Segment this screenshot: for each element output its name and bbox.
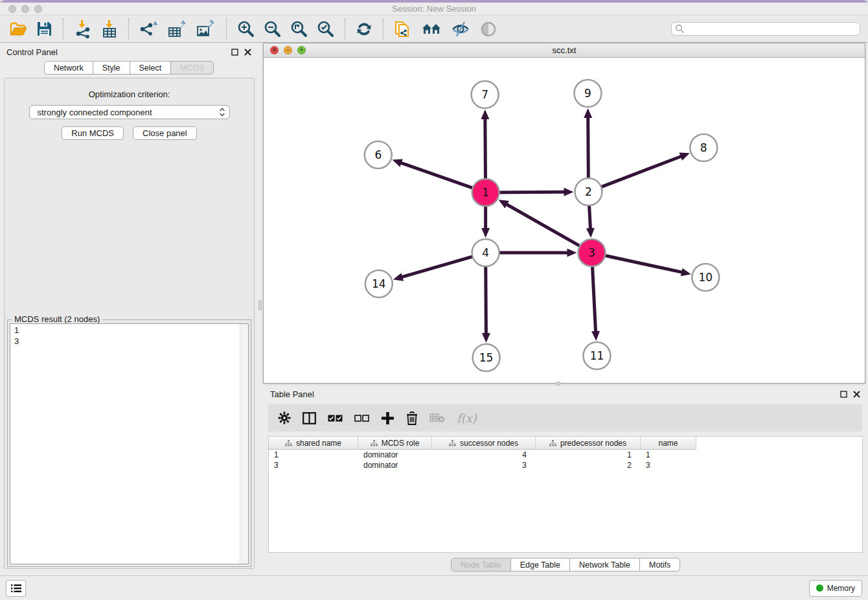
eye-disabled-button[interactable] [475, 17, 502, 41]
column-header-name[interactable]: name [641, 437, 696, 450]
cell-shared-name[interactable]: 3 [269, 461, 358, 470]
houses-button[interactable] [417, 17, 446, 41]
split-panel-button[interactable] [297, 406, 322, 430]
cell-predecessor-nodes[interactable]: 1 [536, 450, 641, 459]
table-row[interactable]: 3dominator323 [269, 460, 862, 470]
column-header-shared-name[interactable]: shared name [269, 437, 358, 450]
node-table[interactable]: shared nameMCDS rolesuccessor nodesprede… [268, 436, 863, 553]
column-header-predecessor-nodes[interactable]: predecessor nodes [536, 437, 641, 450]
create-column-button[interactable] [375, 406, 400, 430]
cell-shared-name[interactable]: 1 [269, 450, 358, 459]
select-all-columns-button[interactable] [322, 406, 348, 430]
hierarchy-icon [371, 440, 378, 446]
column-header-successor-nodes[interactable]: successor nodes [432, 437, 536, 450]
delete-table-icon [429, 413, 445, 423]
arrowhead-4-3 [567, 249, 577, 257]
vertical-split-handle[interactable] [258, 300, 262, 310]
edge-3-1[interactable] [505, 203, 582, 247]
zoom-fit-button[interactable] [286, 17, 312, 41]
node-label-15: 15 [479, 351, 494, 364]
node-label-14: 14 [372, 277, 386, 290]
import-network-button[interactable] [69, 17, 97, 41]
import-table-button[interactable] [97, 17, 122, 41]
cell-name[interactable]: 1 [641, 450, 696, 459]
cell-successor-nodes[interactable]: 4 [432, 450, 536, 459]
cell-mcds-role[interactable]: dominator [358, 450, 432, 459]
node-label-4: 4 [482, 246, 489, 259]
export-image-button[interactable] [192, 17, 220, 41]
tab-node-table[interactable]: Node Table [451, 558, 511, 571]
clone-network-button[interactable] [389, 17, 417, 41]
control-panel-title: Control Panel [6, 47, 58, 57]
eye-slash-button[interactable] [446, 17, 475, 41]
column-header-label: successor nodes [460, 439, 518, 448]
mcds-result-title: MCDS result (2 nodes) [12, 314, 102, 324]
delete-column-button[interactable] [400, 406, 424, 430]
arrowhead-2-9 [584, 108, 592, 118]
tab-edge-table[interactable]: Edge Table [510, 558, 570, 571]
task-history-button[interactable] [6, 580, 26, 597]
close-table-panel-icon[interactable] [853, 391, 860, 398]
cell-predecessor-nodes[interactable]: 2 [536, 461, 641, 470]
edge-1-6[interactable] [400, 163, 475, 189]
application-window: Session: New Session [0, 0, 868, 600]
cell-mcds-role[interactable]: dominator [358, 461, 432, 470]
result-scrollbar[interactable] [240, 324, 248, 564]
export-table-button[interactable] [163, 17, 192, 41]
control-panel-header: Control Panel [0, 43, 258, 60]
eye-icon [479, 21, 497, 38]
edge-3-11[interactable] [592, 264, 595, 333]
search-field[interactable] [671, 22, 860, 36]
edge-2-8[interactable] [599, 156, 682, 187]
table-row[interactable]: 1dominator411 [269, 450, 862, 460]
edge-4-14[interactable] [400, 256, 474, 277]
table-settings-button[interactable] [272, 406, 297, 430]
edge-4-15[interactable] [486, 264, 486, 335]
cell-successor-nodes[interactable]: 3 [432, 461, 536, 470]
mcds-result-textarea[interactable]: 13 [10, 323, 249, 564]
search-input[interactable] [685, 25, 856, 34]
delete-table-button[interactable] [424, 406, 451, 430]
tab-select[interactable]: Select [130, 61, 172, 75]
edge-2-3[interactable] [589, 203, 590, 230]
zoom-out-icon [264, 20, 281, 38]
close-panel-button[interactable]: Close panel [133, 126, 197, 140]
export-network-button[interactable] [135, 17, 163, 41]
run-mcds-button[interactable]: Run MCDS [62, 126, 124, 140]
import-network-icon [74, 20, 92, 38]
zoom-selected-button[interactable] [312, 17, 339, 41]
column-header-label: predecessor nodes [560, 439, 626, 448]
edge-3-10[interactable] [603, 255, 683, 273]
unselect-all-columns-button[interactable] [348, 406, 375, 430]
table-panel-header: Table Panel [263, 386, 868, 402]
float-panel-icon[interactable] [231, 49, 238, 56]
network-window-titlebar[interactable]: ✕ − + scc.txt [264, 43, 865, 58]
edge-2-9[interactable] [588, 116, 589, 180]
edge-1-2[interactable] [497, 192, 566, 192]
refresh-layout-button[interactable] [351, 17, 377, 41]
network-canvas[interactable]: 7968124314101511 [264, 58, 865, 383]
cell-name[interactable]: 3 [641, 461, 696, 470]
memory-button[interactable]: Memory [809, 580, 862, 597]
tab-network-table[interactable]: Network Table [569, 558, 640, 571]
function-builder-button[interactable]: f(x) [451, 406, 483, 430]
tab-style[interactable]: Style [93, 61, 130, 75]
node-label-9: 9 [584, 87, 591, 100]
arrowhead-1-2 [564, 188, 573, 196]
edge-1-7[interactable] [485, 117, 486, 181]
export-network-icon [139, 20, 159, 38]
column-header-label: MCDS role [382, 439, 420, 448]
close-panel-icon[interactable] [244, 49, 251, 56]
open-session-button[interactable] [5, 17, 32, 41]
float-table-panel-icon[interactable] [840, 391, 847, 398]
tab-motifs[interactable]: Motifs [639, 558, 680, 571]
memory-label: Memory [827, 584, 855, 593]
tab-network[interactable]: Network [44, 61, 93, 75]
tab-mcds[interactable]: MCDS [170, 61, 214, 75]
optimization-criterion-select[interactable]: strongly connected component [29, 105, 230, 119]
zoom-out-button[interactable] [259, 17, 286, 41]
zoom-in-button[interactable] [233, 17, 259, 41]
column-header-mcds-role[interactable]: MCDS role [358, 437, 432, 450]
save-session-button[interactable] [32, 17, 57, 41]
node-label-2: 2 [585, 185, 592, 198]
